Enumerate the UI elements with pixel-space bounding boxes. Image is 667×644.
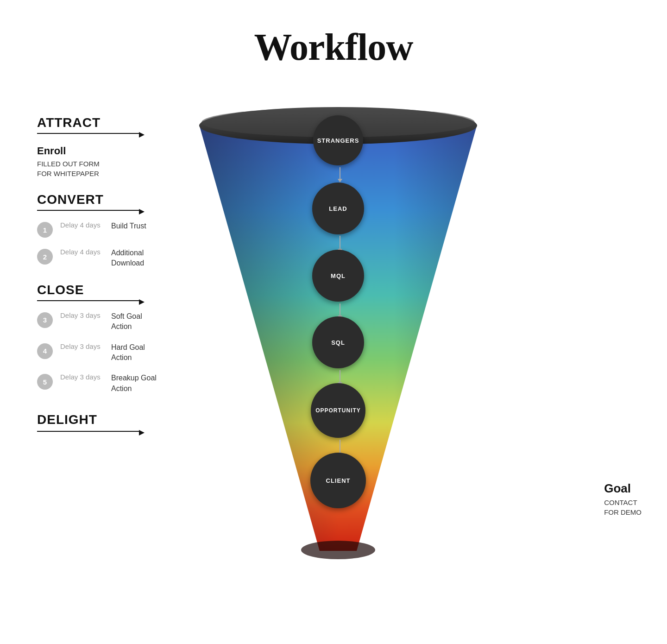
goal-line1: CONTACT bbox=[604, 498, 642, 507]
node-opportunity: OPPORTUNITY bbox=[311, 383, 365, 438]
convert-divider bbox=[37, 210, 139, 211]
step-circle-1: 1 bbox=[37, 222, 53, 238]
goal-line2: FOR DEMO bbox=[604, 507, 642, 517]
node-strangers: STRANGERS bbox=[313, 115, 363, 165]
step-circle-3: 3 bbox=[37, 312, 53, 328]
delight-divider bbox=[37, 431, 139, 432]
step-delay-2: Delay 4 days bbox=[60, 248, 111, 256]
step-circle-5: 5 bbox=[37, 374, 53, 390]
step-action-1: Build Trust bbox=[111, 221, 146, 231]
step-circle-2: 2 bbox=[37, 249, 53, 265]
page-title: Workflow bbox=[0, 0, 667, 69]
step-delay-1: Delay 4 days bbox=[60, 221, 111, 229]
step-action-2: AdditionalDownload bbox=[111, 248, 144, 269]
convert-arrow-head bbox=[139, 209, 145, 215]
funnel-bottom bbox=[301, 541, 375, 559]
close-arrow-head bbox=[139, 299, 145, 305]
main-container: ATTRACT Enroll FILLED OUT FORM FOR WHITE… bbox=[0, 97, 667, 606]
step-action-3: Soft GoalAction bbox=[111, 311, 142, 332]
goal-panel: Goal CONTACT FOR DEMO bbox=[604, 481, 642, 517]
attract-arrow-head bbox=[139, 132, 145, 138]
step-action-5: Breakup GoalAction bbox=[111, 373, 157, 394]
step-delay-5: Delay 3 days bbox=[60, 373, 111, 381]
node-lead: LEAD bbox=[312, 183, 364, 234]
step-delay-4: Delay 3 days bbox=[60, 342, 111, 350]
node-sql: SQL bbox=[312, 316, 364, 368]
delight-arrow-head bbox=[139, 430, 145, 436]
step-delay-3: Delay 3 days bbox=[60, 311, 111, 319]
funnel-area: STRANGERS LEAD MQL SQL bbox=[176, 97, 500, 583]
step-circle-4: 4 bbox=[37, 343, 53, 359]
goal-title: Goal bbox=[604, 481, 642, 496]
node-client: CLIENT bbox=[310, 453, 366, 508]
close-divider bbox=[37, 300, 139, 301]
step-action-4: Hard GoalAction bbox=[111, 342, 145, 363]
node-mql: MQL bbox=[312, 250, 364, 302]
arrow-1 bbox=[338, 167, 342, 183]
attract-divider bbox=[37, 133, 139, 134]
